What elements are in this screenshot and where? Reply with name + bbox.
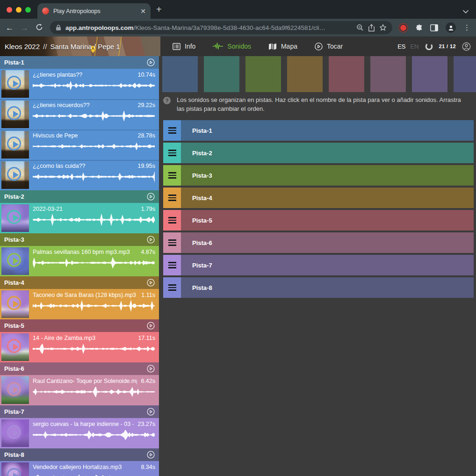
clip-play-icon[interactable] [7,296,21,310]
track-row-bar[interactable]: Pista-4 [181,188,474,208]
pad-pista-2[interactable] [204,56,239,92]
pad-pista-4[interactable] [287,56,323,92]
pad-pista-3[interactable] [245,56,281,92]
track-row-bar[interactable]: Pista-2 [181,143,474,163]
nav-mapa[interactable]: Mapa [268,43,297,50]
track-play-button[interactable] [147,58,155,66]
track-name[interactable]: Pista-7 [4,408,147,415]
lang-en[interactable]: EN [410,43,418,50]
audio-clip[interactable]: Palmas sevillanas 160 bpm mp3.mp34.87s [0,246,159,276]
clip-play-icon[interactable] [7,137,21,151]
tab-close-icon[interactable]: ✕ [140,8,146,14]
track-header[interactable]: Pista-1 [0,56,159,69]
drag-handle[interactable] [163,165,181,186]
close-window-button[interactable] [7,7,12,13]
clip-play-icon[interactable] [7,106,21,120]
track-name[interactable]: Pista-5 [4,322,147,329]
track-name[interactable]: Pista-6 [4,365,147,372]
track-row-pista-4[interactable]: Pista-4 [163,188,474,208]
track-header[interactable]: Pista-7 [0,405,159,418]
clip-play-icon[interactable] [7,468,21,476]
back-button[interactable]: ← [6,24,14,32]
audio-clip[interactable]: ¿¿como las cuida??19.95s [0,160,159,190]
track-play-button[interactable] [147,408,155,416]
nav-tocar[interactable]: Tocar [315,43,343,50]
track-name[interactable]: Pista-2 [4,193,147,200]
drag-handle[interactable] [163,210,181,231]
track-name[interactable]: Pista-3 [4,236,147,243]
zoom-out-icon[interactable] [356,24,364,31]
audio-clip[interactable]: ¿¿tienes recuerdos??29.22s [0,99,159,130]
forward-button[interactable]: → [21,24,29,32]
browser-menu-kebab-icon[interactable]: ⋮ [463,23,470,32]
track-header[interactable]: Pista-3 [0,233,159,246]
pad-pista-1[interactable] [162,56,198,92]
track-row-pista-2[interactable]: Pista-2 [163,143,474,163]
drag-handle[interactable] [163,277,181,298]
track-header[interactable]: Pista-4 [0,276,159,289]
side-panel-icon[interactable] [430,24,438,31]
project-cover-image[interactable]: Kleos 2022//Santa Marina / Pepe 1 [0,36,160,56]
pad-pista-6[interactable] [370,56,406,92]
track-row-bar[interactable]: Pista-3 [181,165,474,186]
drag-handle[interactable] [163,143,181,163]
url-bar[interactable]: app.antropoloops.com/Kleos-Santa-Marina/… [50,21,392,34]
audio-clip[interactable]: Raul Cantizano- Toque por Solenoide.mp36… [0,375,159,405]
browser-tab[interactable]: Play Antropoloops ✕ [37,3,151,19]
drag-handle[interactable] [163,232,181,253]
track-row-pista-8[interactable]: Pista-8 [163,277,474,298]
audio-clip[interactable]: Vendedor callejero Hortalizas.mp38.34s [0,461,159,476]
track-play-button[interactable] [147,279,155,287]
track-row-pista-3[interactable]: Pista-3 [163,165,474,186]
drag-handle[interactable] [163,255,181,275]
audio-clip[interactable]: Taconeo de Sara Baras (128 kbps).mp31.11… [0,289,159,319]
drag-handle[interactable] [163,188,181,208]
clip-play-icon[interactable] [7,382,21,396]
track-row-bar[interactable]: Pista-1 [181,120,474,141]
pad-pista-5[interactable] [329,56,364,92]
reload-button[interactable] [36,23,43,32]
pad-pista-7[interactable] [412,56,447,92]
share-icon[interactable] [368,24,375,32]
clip-play-icon[interactable] [7,339,21,353]
track-play-button[interactable] [147,451,155,459]
extensions-puzzle-icon[interactable] [415,24,423,32]
pad-pista-8[interactable] [454,56,476,92]
track-header[interactable]: Pista-5 [0,319,159,332]
clip-play-icon[interactable] [7,167,21,181]
minimize-window-button[interactable] [16,7,22,13]
clip-play-icon[interactable] [7,76,21,90]
drag-handle[interactable] [163,120,181,141]
nav-info[interactable]: Info [173,43,195,50]
audio-clip[interactable]: ¿¿tienes plantas??10.74s [0,69,159,99]
audio-clip[interactable]: 2022-03-211.79s [0,203,159,233]
tab-search-chevron-icon[interactable] [463,7,469,15]
lang-es[interactable]: ES [397,43,405,50]
track-row-pista-5[interactable]: Pista-5 [163,210,474,231]
audio-clip[interactable]: 14 - Aire de Zamba.mp317.11s [0,332,159,362]
track-header[interactable]: Pista-2 [0,190,159,203]
track-row-pista-1[interactable]: Pista-1 [163,120,474,141]
audio-clip[interactable]: sergio cuevas - la harpe indienne - 03 -… [0,418,159,448]
track-play-button[interactable] [147,236,155,244]
track-row-bar[interactable]: Pista-5 [181,210,474,231]
zoom-window-button[interactable] [25,7,31,13]
track-name[interactable]: Pista-1 [4,59,147,66]
track-header[interactable]: Pista-6 [0,362,159,375]
clip-play-icon[interactable] [7,425,21,439]
clip-play-icon[interactable] [7,210,21,224]
track-row-bar[interactable]: Pista-7 [181,255,474,275]
track-name[interactable]: Pista-4 [4,279,147,286]
track-play-button[interactable] [147,322,155,330]
track-row-pista-6[interactable]: Pista-6 [163,232,474,253]
new-tab-button[interactable]: + [156,4,162,15]
track-row-bar[interactable]: Pista-6 [181,232,474,253]
account-icon[interactable] [462,42,471,51]
bookmark-star-icon[interactable] [379,24,387,31]
nav-sonidos[interactable]: Sonidos [213,43,251,50]
track-row-bar[interactable]: Pista-8 [181,277,474,298]
browser-profile-avatar[interactable] [446,22,456,33]
recorder-extension-icon[interactable] [400,25,406,31]
track-row-pista-7[interactable]: Pista-7 [163,255,474,275]
track-header[interactable]: Pista-8 [0,448,159,461]
